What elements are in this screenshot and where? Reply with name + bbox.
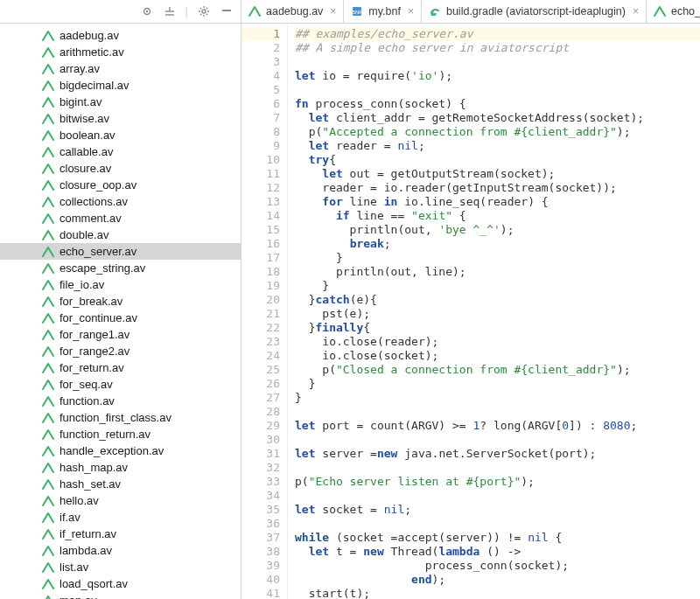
code-line[interactable]: let io = require('io');	[295, 69, 700, 83]
code-line[interactable]: }	[295, 391, 700, 405]
line-number[interactable]: 7	[242, 111, 280, 125]
code-line[interactable]: }catch(e){	[295, 293, 700, 307]
line-number[interactable]: 34	[242, 489, 280, 503]
tree-item[interactable]: file_io.av	[0, 276, 241, 293]
tree-item[interactable]: bigdecimal.av	[0, 77, 241, 94]
tree-item[interactable]: aadebug.av	[0, 27, 241, 44]
tree-item[interactable]: hash_map.av	[0, 459, 241, 476]
tree-item[interactable]: comment.av	[0, 210, 241, 226]
line-number[interactable]: 9	[242, 139, 280, 153]
code-line[interactable]	[295, 489, 700, 503]
tree-item[interactable]: lambda.av	[0, 542, 241, 559]
code-line[interactable]: p("Accepted a connection from #{client_a…	[295, 125, 700, 139]
code-line[interactable]: println(out, line);	[295, 265, 700, 279]
tree-item[interactable]: if.av	[0, 509, 241, 526]
line-number[interactable]: 19	[242, 279, 280, 293]
line-number[interactable]: 37	[242, 531, 280, 545]
line-number[interactable]: 23	[242, 335, 280, 349]
tree-item[interactable]: for_break.av	[0, 293, 241, 310]
tree-item[interactable]: array.av	[0, 60, 241, 77]
line-number[interactable]: 41	[242, 587, 280, 599]
code-line[interactable]: fn process_conn(socket) {	[295, 97, 700, 111]
code-line[interactable]: let socket = nil;	[295, 503, 700, 517]
tree-item[interactable]: for_range1.av	[0, 326, 241, 343]
line-number[interactable]: 22	[242, 321, 280, 335]
line-number[interactable]: 36	[242, 517, 280, 531]
code-line[interactable]	[295, 433, 700, 447]
line-number[interactable]: 6	[242, 97, 280, 111]
close-icon[interactable]: ×	[633, 5, 639, 17]
line-number[interactable]: 30	[242, 433, 280, 447]
code-line[interactable]: start(t);	[295, 587, 700, 599]
code-line[interactable]: }finally{	[295, 321, 700, 335]
code-line[interactable]: break;	[295, 237, 700, 251]
tree-item[interactable]: function.av	[0, 393, 241, 409]
code-line[interactable]: io.close(socket);	[295, 349, 700, 363]
tree-item[interactable]: list.av	[0, 559, 241, 575]
tree-item[interactable]: for_seq.av	[0, 376, 241, 393]
line-number[interactable]: 38	[242, 545, 280, 559]
tree-item[interactable]: bigint.av	[0, 94, 241, 110]
tree-item[interactable]: if_return.av	[0, 526, 241, 542]
line-number[interactable]: 28	[242, 405, 280, 419]
editor-tab[interactable]: echo_serve	[647, 0, 700, 23]
code-line[interactable]: if line == "exit" {	[295, 209, 700, 223]
code-line[interactable]: end);	[295, 573, 700, 587]
tree-item[interactable]: function_return.av	[0, 426, 241, 442]
line-number[interactable]: 11	[242, 167, 280, 181]
line-number[interactable]: 5	[242, 83, 280, 97]
tree-item[interactable]: for_continue.av	[0, 310, 241, 326]
line-number[interactable]: 12	[242, 181, 280, 195]
tree-item[interactable]: echo_server.av	[0, 243, 241, 260]
collapse-all-icon[interactable]	[163, 4, 177, 18]
tree-item[interactable]: closure.av	[0, 160, 241, 177]
code-line[interactable]: pst(e);	[295, 307, 700, 321]
code-line[interactable]	[295, 405, 700, 419]
code-line[interactable]: p("Echo server listen at #{port}");	[295, 475, 700, 489]
close-icon[interactable]: ×	[330, 5, 336, 17]
tree-item[interactable]: collections.av	[0, 193, 241, 210]
editor-tab[interactable]: BNFmy.bnf×	[344, 0, 422, 23]
code-line[interactable]: ## examples/echo_server.av	[295, 27, 700, 41]
code-line[interactable]: }	[295, 251, 700, 265]
tree-item[interactable]: map.av	[0, 592, 241, 599]
line-number[interactable]: 10	[242, 153, 280, 167]
tree-item[interactable]: for_return.av	[0, 359, 241, 376]
code-line[interactable]: for line in io.line_seq(reader) {	[295, 195, 700, 209]
line-number[interactable]: 40	[242, 573, 280, 587]
line-number[interactable]: 1	[242, 27, 280, 41]
line-number[interactable]: 39	[242, 559, 280, 573]
code-line[interactable]: let server =new java.net.ServerSocket(po…	[295, 447, 700, 461]
code-line[interactable]	[295, 461, 700, 475]
line-number[interactable]: 33	[242, 475, 280, 489]
code-line[interactable]: ## A simple echo server in aviatorscript	[295, 41, 700, 55]
code-line[interactable]: let client_addr = getRemoteSocketAddress…	[295, 111, 700, 125]
editor-tab[interactable]: build.gradle (aviatorscript-ideaplugin)×	[422, 0, 647, 23]
code-line[interactable]	[295, 517, 700, 531]
code-line[interactable]: }	[295, 377, 700, 391]
line-number[interactable]: 35	[242, 503, 280, 517]
tree-item[interactable]: callable.av	[0, 143, 241, 160]
tree-item[interactable]: function_first_class.av	[0, 409, 241, 426]
tree-item[interactable]: double.av	[0, 226, 241, 243]
code-line[interactable]: reader = io.reader(getInputStream(socket…	[295, 181, 700, 195]
line-number[interactable]: 27	[242, 391, 280, 405]
line-number[interactable]: 3	[242, 55, 280, 69]
line-number[interactable]: 14	[242, 209, 280, 223]
tree-item[interactable]: escape_string.av	[0, 260, 241, 276]
line-number[interactable]: 4	[242, 69, 280, 83]
tree-item[interactable]: hello.av	[0, 492, 241, 509]
line-number[interactable]: 13	[242, 195, 280, 209]
close-icon[interactable]: ×	[408, 5, 414, 17]
code-line[interactable]: println(out, 'bye ^_^');	[295, 223, 700, 237]
tree-item[interactable]: boolean.av	[0, 127, 241, 143]
tree-item[interactable]: hash_set.av	[0, 476, 241, 492]
line-number[interactable]: 31	[242, 447, 280, 461]
line-number[interactable]: 15	[242, 223, 280, 237]
code-line[interactable]: process_conn(socket);	[295, 559, 700, 573]
line-number[interactable]: 21	[242, 307, 280, 321]
code-line[interactable]	[295, 55, 700, 69]
hide-panel-icon[interactable]	[220, 4, 234, 18]
project-tree[interactable]: aadebug.avarithmetic.avarray.avbigdecima…	[0, 24, 241, 599]
code-line[interactable]: let t = new Thread(lambda () ->	[295, 545, 700, 559]
